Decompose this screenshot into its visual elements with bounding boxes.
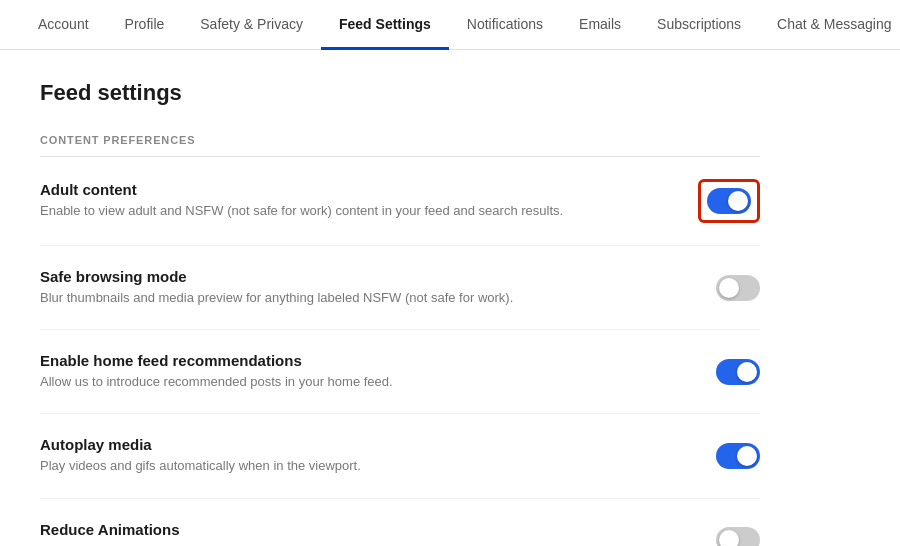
toggle-wrapper-autoplay-media <box>716 443 760 469</box>
nav-item-chat-messaging[interactable]: Chat & Messaging <box>759 0 900 50</box>
settings-text-autoplay-media: Autoplay mediaPlay videos and gifs autom… <box>40 436 686 475</box>
setting-label-safe-browsing: Safe browsing mode <box>40 268 686 285</box>
toggle-wrapper-safe-browsing <box>716 275 760 301</box>
nav-item-safety-privacy[interactable]: Safety & Privacy <box>182 0 321 50</box>
nav-item-emails[interactable]: Emails <box>561 0 639 50</box>
main-content: Feed settings Content Preferences Adult … <box>0 50 800 546</box>
setting-desc-safe-browsing: Blur thumbnails and media preview for an… <box>40 289 686 307</box>
settings-text-safe-browsing: Safe browsing modeBlur thumbnails and me… <box>40 268 686 307</box>
setting-label-adult-content: Adult content <box>40 181 668 198</box>
page-title: Feed settings <box>40 80 760 106</box>
nav-item-account[interactable]: Account <box>20 0 107 50</box>
toggle-home-feed-recommendations[interactable] <box>716 359 760 385</box>
toggle-wrapper-home-feed-recommendations <box>716 359 760 385</box>
settings-row-safe-browsing: Safe browsing modeBlur thumbnails and me… <box>40 246 760 330</box>
settings-row-adult-content: Adult contentEnable to view adult and NS… <box>40 157 760 246</box>
settings-text-reduce-animations: Reduce AnimationsReduce animations on po… <box>40 521 686 546</box>
nav-item-notifications[interactable]: Notifications <box>449 0 561 50</box>
nav-bar: AccountProfileSafety & PrivacyFeed Setti… <box>0 0 900 50</box>
setting-label-reduce-animations: Reduce Animations <box>40 521 686 538</box>
highlight-box-adult-content <box>698 179 760 223</box>
toggle-wrapper-adult-content <box>698 179 760 223</box>
settings-list: Adult contentEnable to view adult and NS… <box>40 157 760 546</box>
toggle-safe-browsing[interactable] <box>716 275 760 301</box>
setting-desc-home-feed-recommendations: Allow us to introduce recommended posts … <box>40 373 686 391</box>
settings-text-home-feed-recommendations: Enable home feed recommendationsAllow us… <box>40 352 686 391</box>
section-header: Content Preferences <box>40 134 760 157</box>
settings-text-adult-content: Adult contentEnable to view adult and NS… <box>40 181 668 220</box>
nav-item-feed-settings[interactable]: Feed Settings <box>321 0 449 50</box>
toggle-autoplay-media[interactable] <box>716 443 760 469</box>
nav-item-subscriptions[interactable]: Subscriptions <box>639 0 759 50</box>
toggle-adult-content[interactable] <box>707 188 751 214</box>
toggle-reduce-animations[interactable] <box>716 527 760 546</box>
setting-label-home-feed-recommendations: Enable home feed recommendations <box>40 352 686 369</box>
setting-desc-reduce-animations: Reduce animations on posts, comments, an… <box>40 542 686 546</box>
setting-desc-adult-content: Enable to view adult and NSFW (not safe … <box>40 202 668 220</box>
setting-label-autoplay-media: Autoplay media <box>40 436 686 453</box>
toggle-wrapper-reduce-animations <box>716 527 760 546</box>
nav-item-profile[interactable]: Profile <box>107 0 183 50</box>
settings-row-home-feed-recommendations: Enable home feed recommendationsAllow us… <box>40 330 760 414</box>
settings-row-reduce-animations: Reduce AnimationsReduce animations on po… <box>40 499 760 546</box>
setting-desc-autoplay-media: Play videos and gifs automatically when … <box>40 457 686 475</box>
settings-row-autoplay-media: Autoplay mediaPlay videos and gifs autom… <box>40 414 760 498</box>
